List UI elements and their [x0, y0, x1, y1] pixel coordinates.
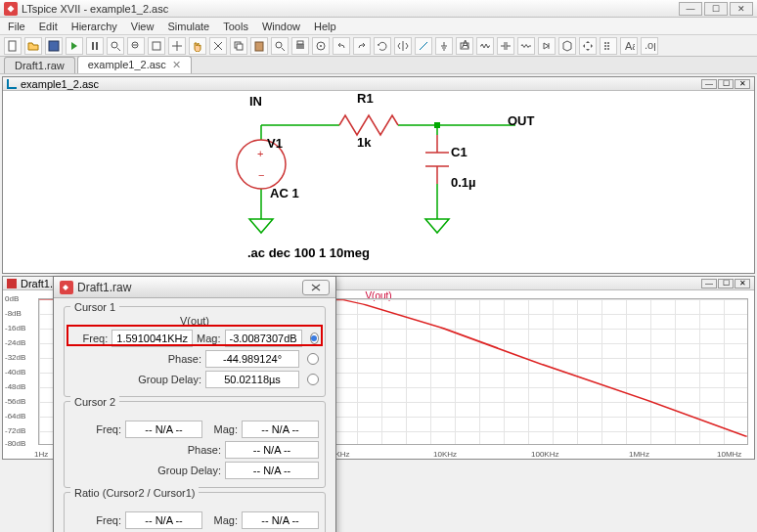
zoom-out-icon[interactable]	[127, 37, 145, 55]
component-icon[interactable]	[558, 37, 576, 55]
net-label-out[interactable]: OUT	[508, 113, 534, 128]
mirror-icon[interactable]	[394, 37, 412, 55]
label-icon[interactable]: A	[456, 37, 473, 55]
net-label-in[interactable]: IN	[249, 94, 262, 109]
xlabel: 1Hz	[34, 450, 48, 459]
ratio-mag-value[interactable]: -- N/A --	[242, 511, 319, 529]
schematic-canvas[interactable]: + − IN OUT R1 1k V1 AC 1	[3, 91, 754, 273]
inductor-icon[interactable]	[517, 37, 535, 55]
ratio-freq-value[interactable]: -- N/A --	[125, 511, 202, 529]
sub-close-button[interactable]: ✕	[735, 79, 750, 89]
menu-file[interactable]: File	[2, 19, 31, 34]
menu-hierarchy[interactable]: Hierarchy	[66, 19, 123, 34]
maximize-button[interactable]: ☐	[704, 2, 728, 16]
svg-rect-10	[255, 42, 263, 51]
run-icon[interactable]	[66, 37, 83, 55]
pause-icon[interactable]	[86, 37, 104, 55]
schematic-tab-label[interactable]: example1_2.asc	[21, 78, 99, 90]
open-icon[interactable]	[24, 37, 42, 55]
settings-icon[interactable]	[312, 37, 330, 55]
ground-v1[interactable]	[249, 213, 273, 233]
move-icon[interactable]	[579, 37, 597, 55]
schematic-icon	[7, 79, 17, 89]
undo-icon[interactable]	[333, 37, 350, 55]
close-button[interactable]: ✕	[730, 2, 753, 16]
tab-close-icon[interactable]: ✕	[172, 59, 181, 70]
capacitor-icon[interactable]	[497, 37, 514, 55]
cursor2-group: Cursor 2 Freq: -- N/A -- Mag: -- N/A -- …	[64, 401, 326, 488]
svg-text:.op: .op	[645, 40, 655, 51]
component-r1[interactable]	[339, 115, 398, 135]
hand-icon[interactable]	[189, 37, 206, 55]
cursor2-mag-value[interactable]: -- N/A --	[242, 421, 319, 438]
ylabel: -56dB	[5, 397, 25, 406]
cursor-dialog[interactable]: Draft1.raw Cursor 1 V(out) Freq: 1.59100…	[53, 276, 336, 532]
spice-directive[interactable]: .ac dec 100 1 10meg	[247, 245, 370, 260]
c1-name[interactable]: C1	[451, 145, 468, 159]
ratio-legend: Ratio (Cursor2 / Cursor1)	[70, 487, 199, 499]
paste-icon[interactable]	[250, 37, 268, 55]
ground-icon[interactable]	[435, 37, 453, 55]
plot-max-button[interactable]: ☐	[718, 279, 734, 288]
tab-example12asc[interactable]: example1_2.asc✕	[77, 56, 192, 73]
save-icon[interactable]	[45, 37, 63, 55]
wire-icon[interactable]	[415, 37, 432, 55]
v1-value[interactable]: AC 1	[270, 186, 299, 200]
cursor1-phase-value[interactable]: -44.989124°	[205, 350, 299, 368]
cursor-dialog-titlebar[interactable]: Draft1.raw	[54, 277, 335, 298]
menu-tools[interactable]: Tools	[217, 19, 254, 34]
menu-view[interactable]: View	[125, 19, 160, 34]
menu-edit[interactable]: Edit	[33, 19, 64, 34]
c1-value[interactable]: 0.1µ	[451, 175, 476, 190]
menu-help[interactable]: Help	[308, 19, 342, 34]
cursor1-group: Cursor 1 V(out) Freq: 1.5910041KHz Mag: …	[64, 306, 326, 397]
cut-icon[interactable]	[209, 37, 227, 55]
svg-text:+: +	[257, 148, 263, 159]
minimize-button[interactable]: —	[679, 2, 702, 16]
resistor-icon[interactable]	[476, 37, 494, 55]
schematic-window: example1_2.asc — ☐ ✕ + −	[2, 76, 755, 274]
sub-max-button[interactable]: ☐	[718, 79, 734, 89]
spice-icon[interactable]: .op	[641, 37, 658, 55]
freq-label: Freq:	[70, 332, 108, 344]
cursor2-freq-value[interactable]: -- N/A --	[125, 421, 202, 438]
menu-simulate[interactable]: Simulate	[161, 19, 215, 34]
cursor1-mag-radio[interactable]	[310, 332, 319, 344]
diode-icon[interactable]	[538, 37, 556, 55]
r1-value[interactable]: 1k	[357, 135, 371, 150]
svg-text:−: −	[258, 169, 264, 181]
redo-icon[interactable]	[353, 37, 371, 55]
search-icon[interactable]	[271, 37, 289, 55]
menu-window[interactable]: Window	[256, 19, 306, 34]
ylabel: -24dB	[5, 338, 25, 347]
drag-icon[interactable]	[600, 37, 617, 55]
new-icon[interactable]	[4, 37, 22, 55]
cursor2-phase-value[interactable]: -- N/A --	[225, 441, 319, 459]
cursor2-gd-value[interactable]: -- N/A --	[225, 462, 319, 479]
svg-rect-1	[9, 41, 16, 51]
v1-name[interactable]: V1	[267, 136, 283, 151]
sub-min-button[interactable]: —	[701, 79, 717, 89]
svg-text:A: A	[462, 40, 469, 50]
svg-text:Aa: Aa	[625, 40, 635, 52]
svg-rect-12	[296, 44, 304, 49]
text-icon[interactable]: Aa	[620, 37, 638, 55]
zoom-in-icon[interactable]	[107, 37, 124, 55]
rotate-icon[interactable]	[374, 37, 391, 55]
component-c1[interactable]	[425, 135, 449, 184]
tab-draft1raw[interactable]: Draft1.raw	[4, 57, 75, 73]
plot-close-button[interactable]: ✕	[735, 279, 750, 288]
zoom-fit-icon[interactable]	[148, 37, 165, 55]
cursor1-freq-value[interactable]: 1.5910041KHz	[111, 330, 193, 347]
cursor1-phase-radio[interactable]	[307, 353, 319, 365]
print-icon[interactable]	[291, 37, 309, 55]
pan-icon[interactable]	[168, 37, 186, 55]
ground-c1[interactable]	[425, 213, 449, 233]
r1-name[interactable]: R1	[357, 91, 374, 106]
plot-min-button[interactable]: —	[701, 279, 717, 288]
cursor1-mag-value[interactable]: -3.0087307dB	[225, 330, 302, 347]
copy-icon[interactable]	[230, 37, 247, 55]
cursor1-gd-radio[interactable]	[307, 374, 319, 385]
cursor-dialog-close-button[interactable]	[302, 280, 330, 295]
cursor1-gd-value[interactable]: 50.02118µs	[205, 371, 299, 388]
